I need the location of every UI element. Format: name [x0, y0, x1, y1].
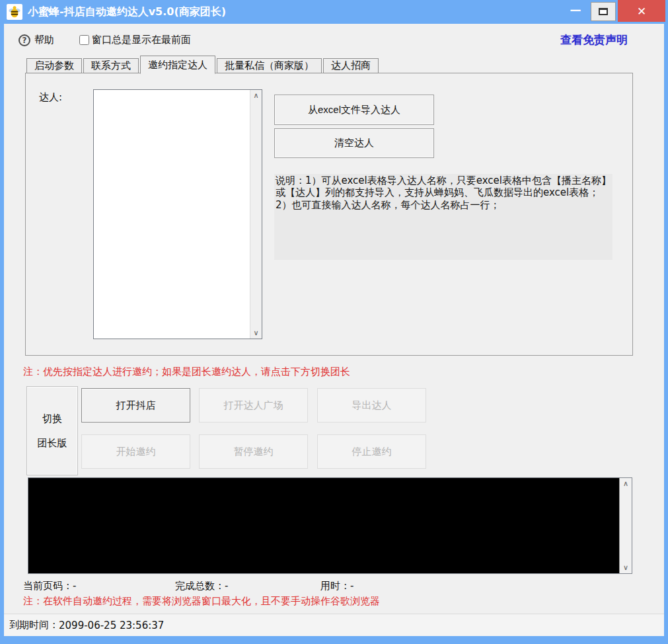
completed-total-status: 完成总数：- — [175, 580, 228, 592]
daren-textarea[interactable] — [94, 90, 250, 339]
current-page-value: - — [73, 580, 76, 592]
minimize-button[interactable]: — — [560, 0, 591, 20]
elapsed-time-status: 用时：- — [320, 580, 353, 592]
open-daren-square-button: 打开达人广场 — [199, 388, 308, 423]
help-label: 帮助 — [34, 34, 54, 46]
maximize-icon — [599, 8, 608, 15]
maximize-button[interactable] — [591, 2, 616, 21]
scroll-down-icon[interactable]: ∨ — [620, 562, 632, 573]
pause-invite-button: 暂停邀约 — [199, 434, 308, 469]
statusbar: 到期时间： 2099-06-25 23:56:37 — [4, 614, 664, 636]
log-scrollbar[interactable]: ∧ ∨ — [619, 478, 632, 573]
tab-invite-specified[interactable]: 邀约指定达人 — [140, 56, 215, 74]
disclaimer-link[interactable]: 查看免责声明 — [560, 32, 628, 48]
help-button[interactable]: ? 帮助 — [19, 34, 54, 46]
open-douyin-shop-button[interactable]: 打开抖店 — [81, 388, 190, 423]
tab-panel-invite-specified: 达人: ∧ ∨ 从excel文件导入达人 清空达人 说明：1）可从excel表格… — [25, 73, 633, 356]
close-button[interactable]: ✕ — [618, 0, 665, 22]
tab-batch-message[interactable]: 批量私信（商家版） — [217, 58, 322, 73]
window-title: 小蜜蜂-抖店自动邀约达人v5.0(商家团长) — [28, 5, 226, 19]
priority-note: 注：优先按指定达人进行邀约；如果是团长邀约达人，请点击下方切换团长 — [23, 366, 350, 378]
minimize-icon: — — [570, 3, 581, 17]
switch-leader-version-button[interactable]: 切换 团长版 — [26, 386, 78, 475]
topmost-checkbox-group[interactable]: 窗口总是显示在最前面 — [79, 34, 191, 46]
topmost-label: 窗口总是显示在最前面 — [92, 34, 191, 46]
scroll-up-icon[interactable]: ∧ — [250, 90, 262, 101]
scroll-down-icon[interactable]: ∨ — [250, 327, 262, 339]
completed-total-label: 完成总数： — [175, 580, 225, 592]
help-icon: ? — [19, 34, 30, 46]
stop-invite-button: 停止邀约 — [317, 434, 426, 469]
topmost-checkbox[interactable] — [79, 35, 89, 45]
daren-label: 达人: — [39, 91, 62, 104]
daren-list-box: ∧ ∨ — [93, 89, 262, 339]
current-page-label: 当前页码： — [23, 580, 73, 592]
tab-strip: 启动参数 联系方式 邀约指定达人 批量私信（商家版） 达人招商 — [26, 55, 380, 73]
tab-daren-recruit[interactable]: 达人招商 — [323, 58, 379, 73]
tab-contact-method[interactable]: 联系方式 — [83, 58, 139, 73]
clear-daren-button[interactable]: 清空达人 — [274, 128, 434, 158]
export-daren-button: 导出达人 — [317, 388, 426, 423]
start-invite-button: 开始邀约 — [81, 434, 190, 469]
browser-warning-note: 注：在软件自动邀约过程，需要将浏览器窗口最大化，且不要手动操作谷歌浏览器 — [23, 595, 380, 608]
import-description: 说明：1）可从excel表格导入达人名称，只要excel表格中包含【播主名称】或… — [274, 174, 612, 260]
client-area: ? 帮助 窗口总是显示在最前面 查看免责声明 启动参数 联系方式 邀约指定达人 … — [4, 24, 664, 636]
titlebar: 小蜜蜂-抖店自动邀约达人v5.0(商家团长) — ✕ — [0, 0, 668, 24]
scroll-up-icon[interactable]: ∧ — [620, 478, 632, 489]
tab-launch-params[interactable]: 启动参数 — [26, 58, 82, 73]
import-from-excel-button[interactable]: 从excel文件导入达人 — [274, 95, 434, 125]
expiry-value: 2099-06-25 23:56:37 — [59, 620, 164, 631]
log-console[interactable]: ∧ ∨ — [28, 477, 632, 574]
current-page-status: 当前页码：- — [23, 580, 76, 592]
bee-logo-icon — [7, 4, 22, 20]
completed-total-value: - — [225, 580, 228, 592]
close-icon: ✕ — [637, 5, 646, 18]
elapsed-time-label: 用时： — [320, 580, 350, 592]
expiry-label: 到期时间： — [9, 619, 59, 631]
daren-scrollbar[interactable]: ∧ ∨ — [250, 90, 262, 339]
switch-label-line1: 切换 — [42, 413, 62, 425]
elapsed-time-value: - — [350, 580, 353, 592]
switch-label-line2: 团长版 — [38, 437, 67, 450]
